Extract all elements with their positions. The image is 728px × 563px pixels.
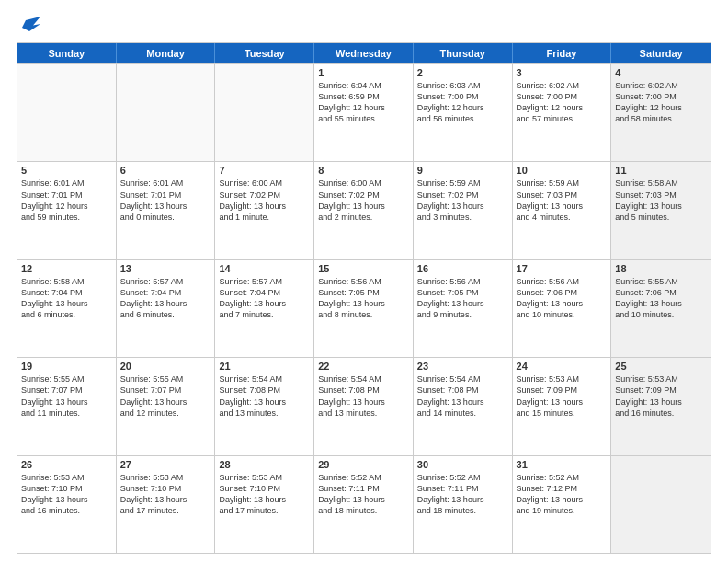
calendar-cell-31: 31Sunrise: 5:52 AM Sunset: 7:12 PM Dayli… [513, 456, 612, 553]
calendar-cell-23: 23Sunrise: 5:54 AM Sunset: 7:08 PM Dayli… [414, 358, 513, 454]
calendar-cell-1: 1Sunrise: 6:04 AM Sunset: 6:59 PM Daylig… [314, 64, 414, 161]
cell-info: Sunrise: 5:54 AM Sunset: 7:08 PM Dayligh… [219, 373, 310, 419]
cell-info: Sunrise: 5:53 AM Sunset: 7:09 PM Dayligh… [615, 373, 707, 419]
day-number: 3 [517, 67, 608, 78]
day-number: 5 [21, 165, 112, 176]
day-number: 28 [219, 459, 310, 470]
day-number: 2 [417, 67, 508, 78]
calendar-cell-29: 29Sunrise: 5:52 AM Sunset: 7:11 PM Dayli… [314, 456, 414, 553]
cell-info: Sunrise: 5:52 AM Sunset: 7:12 PM Dayligh… [517, 472, 608, 517]
header-day-saturday: Saturday [611, 43, 711, 63]
calendar-cell-20: 20Sunrise: 5:55 AM Sunset: 7:07 PM Dayli… [117, 358, 216, 454]
cell-info: Sunrise: 5:53 AM Sunset: 7:10 PM Dayligh… [219, 472, 310, 517]
header-day-tuesday: Tuesday [215, 43, 314, 63]
calendar-cell-30: 30Sunrise: 5:52 AM Sunset: 7:11 PM Dayli… [414, 456, 513, 553]
day-number: 14 [219, 263, 310, 274]
calendar-cell-26: 26Sunrise: 5:53 AM Sunset: 7:10 PM Dayli… [17, 456, 117, 553]
calendar-cell-5: 5Sunrise: 6:01 AM Sunset: 7:01 PM Daylig… [17, 162, 117, 259]
svg-marker-0 [22, 17, 40, 31]
calendar-cell-6: 6Sunrise: 6:01 AM Sunset: 7:01 PM Daylig… [117, 162, 216, 259]
cell-info: Sunrise: 6:01 AM Sunset: 7:01 PM Dayligh… [21, 178, 112, 223]
cell-info: Sunrise: 5:57 AM Sunset: 7:04 PM Dayligh… [219, 276, 310, 321]
calendar-cell-2: 2Sunrise: 6:03 AM Sunset: 7:00 PM Daylig… [414, 64, 513, 161]
calendar-cell-3: 3Sunrise: 6:02 AM Sunset: 7:00 PM Daylig… [513, 64, 612, 161]
calendar-cell-empty-0 [17, 64, 117, 161]
cell-info: Sunrise: 5:55 AM Sunset: 7:06 PM Dayligh… [615, 276, 707, 321]
cell-info: Sunrise: 5:52 AM Sunset: 7:11 PM Dayligh… [417, 472, 508, 517]
day-number: 11 [615, 165, 707, 176]
day-number: 26 [21, 459, 112, 470]
calendar-cell-24: 24Sunrise: 5:53 AM Sunset: 7:09 PM Dayli… [513, 358, 612, 454]
calendar-row-2: 12Sunrise: 5:58 AM Sunset: 7:04 PM Dayli… [17, 259, 711, 357]
cell-info: Sunrise: 6:03 AM Sunset: 7:00 PM Dayligh… [417, 80, 508, 125]
day-number: 13 [120, 263, 211, 274]
day-number: 27 [120, 459, 211, 470]
calendar-cell-28: 28Sunrise: 5:53 AM Sunset: 7:10 PM Dayli… [215, 456, 314, 553]
cell-info: Sunrise: 6:04 AM Sunset: 6:59 PM Dayligh… [318, 80, 409, 125]
cell-info: Sunrise: 5:56 AM Sunset: 7:05 PM Dayligh… [417, 276, 508, 321]
calendar-cell-empty-1 [117, 64, 216, 161]
cell-info: Sunrise: 5:54 AM Sunset: 7:08 PM Dayligh… [417, 373, 508, 419]
cell-info: Sunrise: 5:55 AM Sunset: 7:07 PM Dayligh… [21, 373, 112, 419]
day-number: 15 [318, 263, 409, 274]
day-number: 23 [417, 361, 508, 372]
logo-bird-icon [18, 17, 40, 35]
day-number: 30 [417, 459, 508, 470]
calendar-cell-25: 25Sunrise: 5:53 AM Sunset: 7:09 PM Dayli… [611, 358, 711, 454]
calendar-cell-4: 4Sunrise: 6:02 AM Sunset: 7:00 PM Daylig… [611, 64, 711, 161]
header-day-monday: Monday [117, 43, 216, 63]
day-number: 6 [120, 165, 211, 176]
cell-info: Sunrise: 6:00 AM Sunset: 7:02 PM Dayligh… [318, 178, 409, 223]
calendar-cell-14: 14Sunrise: 5:57 AM Sunset: 7:04 PM Dayli… [215, 260, 314, 357]
day-number: 12 [21, 263, 112, 274]
day-number: 29 [318, 459, 409, 470]
day-number: 10 [517, 165, 608, 176]
logo-text [17, 17, 40, 35]
calendar-page: SundayMondayTuesdayWednesdayThursdayFrid… [0, 0, 728, 563]
day-number: 19 [21, 361, 112, 372]
calendar-cell-empty-2 [215, 64, 314, 161]
day-number: 31 [517, 459, 608, 470]
calendar-cell-13: 13Sunrise: 5:57 AM Sunset: 7:04 PM Dayli… [117, 260, 216, 357]
header-day-wednesday: Wednesday [314, 43, 414, 63]
day-number: 22 [318, 361, 409, 372]
day-number: 1 [318, 67, 409, 78]
calendar-cell-22: 22Sunrise: 5:54 AM Sunset: 7:08 PM Dayli… [314, 358, 414, 454]
calendar-cell-16: 16Sunrise: 5:56 AM Sunset: 7:05 PM Dayli… [414, 260, 513, 357]
cell-info: Sunrise: 5:58 AM Sunset: 7:03 PM Dayligh… [615, 178, 707, 223]
calendar-cell-17: 17Sunrise: 5:56 AM Sunset: 7:06 PM Dayli… [513, 260, 612, 357]
cell-info: Sunrise: 6:02 AM Sunset: 7:00 PM Dayligh… [517, 80, 608, 125]
day-number: 17 [517, 263, 608, 274]
calendar-row-1: 5Sunrise: 6:01 AM Sunset: 7:01 PM Daylig… [17, 161, 711, 259]
cell-info: Sunrise: 6:01 AM Sunset: 7:01 PM Dayligh… [120, 178, 211, 223]
cell-info: Sunrise: 5:56 AM Sunset: 7:05 PM Dayligh… [318, 276, 409, 321]
day-number: 7 [219, 165, 310, 176]
cell-info: Sunrise: 5:53 AM Sunset: 7:09 PM Dayligh… [517, 373, 608, 419]
cell-info: Sunrise: 5:56 AM Sunset: 7:06 PM Dayligh… [517, 276, 608, 321]
cell-info: Sunrise: 5:53 AM Sunset: 7:10 PM Dayligh… [21, 472, 112, 517]
header [17, 17, 711, 35]
day-number: 16 [417, 263, 508, 274]
calendar-cell-15: 15Sunrise: 5:56 AM Sunset: 7:05 PM Dayli… [314, 260, 414, 357]
calendar-cell-empty-6 [611, 456, 711, 553]
day-number: 4 [615, 67, 707, 78]
calendar-cell-12: 12Sunrise: 5:58 AM Sunset: 7:04 PM Dayli… [17, 260, 117, 357]
calendar-cell-9: 9Sunrise: 5:59 AM Sunset: 7:02 PM Daylig… [414, 162, 513, 259]
cell-info: Sunrise: 5:59 AM Sunset: 7:03 PM Dayligh… [517, 178, 608, 223]
day-number: 24 [517, 361, 608, 372]
calendar-row-3: 19Sunrise: 5:55 AM Sunset: 7:07 PM Dayli… [17, 357, 711, 454]
day-number: 8 [318, 165, 409, 176]
header-day-thursday: Thursday [414, 43, 513, 63]
header-day-sunday: Sunday [17, 43, 117, 63]
calendar-cell-19: 19Sunrise: 5:55 AM Sunset: 7:07 PM Dayli… [17, 358, 117, 454]
calendar-body: 1Sunrise: 6:04 AM Sunset: 6:59 PM Daylig… [17, 63, 711, 553]
cell-info: Sunrise: 6:02 AM Sunset: 7:00 PM Dayligh… [615, 80, 707, 125]
calendar: SundayMondayTuesdayWednesdayThursdayFrid… [17, 42, 711, 554]
day-number: 9 [417, 165, 508, 176]
calendar-cell-21: 21Sunrise: 5:54 AM Sunset: 7:08 PM Dayli… [215, 358, 314, 454]
calendar-row-0: 1Sunrise: 6:04 AM Sunset: 6:59 PM Daylig… [17, 63, 711, 161]
calendar-header: SundayMondayTuesdayWednesdayThursdayFrid… [17, 43, 711, 63]
day-number: 25 [615, 361, 707, 372]
day-number: 18 [615, 263, 707, 274]
cell-info: Sunrise: 6:00 AM Sunset: 7:02 PM Dayligh… [219, 178, 310, 223]
